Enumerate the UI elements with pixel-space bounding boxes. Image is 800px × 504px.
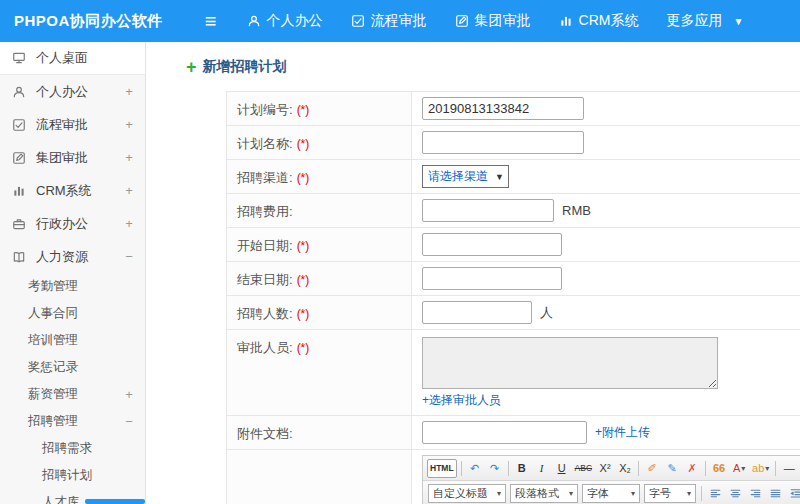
briefcase-icon (12, 217, 28, 231)
form-row-content: HTML↶↷BIUABCX²X₂✐✎✗66A▾ab▾—¶自定义标题▾段落格式▾字… (227, 450, 800, 504)
sidebar-item-personal-desktop[interactable]: 个人桌面 (0, 42, 145, 75)
form-label-plan-name: 计划名称:(*) (227, 126, 412, 159)
collapse-icon[interactable]: − (123, 249, 135, 264)
page-title: 新增招聘计划 (203, 58, 287, 76)
expand-icon[interactable]: + (123, 183, 135, 198)
top-nav-item-crm-system[interactable]: CRM系统 (545, 0, 653, 42)
blockquote-button[interactable]: 66 (710, 459, 728, 478)
top-nav-item-group-approval[interactable]: 集团审批 (441, 0, 545, 42)
align-center-button[interactable] (726, 484, 744, 503)
expand-icon[interactable]: + (123, 216, 135, 231)
horizontal-rule-button[interactable]: — (780, 459, 798, 478)
strikethrough-button[interactable]: ABC (573, 459, 594, 478)
superscript-button[interactable]: X² (596, 459, 614, 478)
expand-icon[interactable]: + (123, 84, 135, 99)
expand-icon[interactable]: + (123, 150, 135, 165)
form-row-start-date: 开始日期:(*) (227, 228, 800, 262)
form-field-plan-number (412, 92, 800, 125)
sidebar-item-label: 行政办公 (36, 215, 88, 233)
font-size-select[interactable]: 字号▾ (644, 484, 696, 503)
sidebar-item-salary[interactable]: 薪资管理+ (0, 381, 145, 408)
field-suffix: 人 (540, 304, 553, 322)
attachment-upload-link[interactable]: +附件上传 (595, 424, 650, 441)
align-right-button[interactable] (746, 484, 764, 503)
collapse-icon[interactable]: − (123, 414, 135, 429)
attachment-input[interactable] (422, 421, 587, 444)
channel-select-value: 请选择渠道 (428, 168, 488, 185)
required-mark: (*) (297, 137, 310, 151)
book-icon (12, 250, 28, 264)
sidebar-item-human-resources[interactable]: 人力资源− (0, 240, 145, 273)
html-source-button[interactable]: HTML (427, 459, 457, 478)
field-label: 计划名称: (237, 136, 293, 151)
chevron-down-icon: ▾ (741, 464, 745, 473)
field-label: 附件文档: (237, 426, 293, 441)
select-label: 字号 (649, 486, 671, 501)
chevron-down-icon: ▾ (687, 489, 691, 498)
remove-format-button[interactable]: ✗ (683, 459, 701, 478)
recruitment-plan-form: 计划编号:(*)计划名称:(*)招聘渠道:(*)请选择渠道▼招聘费用:RMB开始… (226, 91, 800, 504)
select-approvers-link[interactable]: +选择审批人员 (422, 392, 501, 409)
menu-toggle-icon[interactable]: ≡ (205, 11, 217, 31)
plan-name-input[interactable] (422, 131, 584, 154)
approvers-textarea[interactable] (422, 337, 718, 389)
sidebar-item-label: 个人桌面 (36, 49, 88, 67)
sidebar-item-workflow-approval[interactable]: 流程审批+ (0, 108, 145, 141)
font-family-select[interactable]: 字体▾ (582, 484, 640, 503)
sidebar-item-personal-office[interactable]: 个人办公+ (0, 75, 145, 108)
pencil-button[interactable]: ✎ (663, 459, 681, 478)
sidebar-item-training[interactable]: 培训管理 (0, 327, 145, 354)
format-painter-button[interactable]: ✐ (643, 459, 661, 478)
rich-text-editor: HTML↶↷BIUABCX²X₂✐✎✗66A▾ab▾—¶自定义标题▾段落格式▾字… (422, 455, 800, 504)
subscript-button[interactable]: X₂ (616, 459, 634, 478)
layout: 个人桌面个人办公+流程审批+集团审批+CRM系统+行政办公+人力资源−考勤管理人… (0, 42, 800, 504)
expand-icon[interactable]: + (123, 387, 135, 402)
sidebar-item-recruitment-needs[interactable]: 招聘需求 (0, 435, 145, 462)
sidebar-item-recruitment-management[interactable]: 招聘管理− (0, 408, 145, 435)
bold-button[interactable]: B (513, 459, 531, 478)
sidebar-item-recruitment-plan[interactable]: 招聘计划 (0, 462, 145, 489)
end-date-input[interactable] (422, 267, 562, 290)
form-label-plan-number: 计划编号:(*) (227, 92, 412, 125)
sidebar-item-attendance[interactable]: 考勤管理 (0, 273, 145, 300)
approve-icon (351, 14, 365, 28)
plus-icon: + (186, 58, 197, 76)
outdent-button[interactable] (786, 484, 800, 503)
required-mark: (*) (297, 171, 310, 185)
paragraph-format-select[interactable]: 段落格式▾ (510, 484, 578, 503)
sidebar-item-rewards[interactable]: 奖惩记录 (0, 354, 145, 381)
background-color-button[interactable]: ab▾ (750, 459, 771, 478)
top-nav-label: 更多应用 (666, 12, 722, 30)
align-left-button[interactable] (706, 484, 724, 503)
top-nav-item-personal-office[interactable]: 个人办公 (233, 0, 337, 42)
sidebar-item-admin-office[interactable]: 行政办公+ (0, 207, 145, 240)
italic-button[interactable]: I (533, 459, 551, 478)
cost-input[interactable] (422, 199, 554, 222)
redo-button[interactable]: ↷ (486, 459, 504, 478)
toolbar-separator (461, 461, 462, 476)
custom-heading-select[interactable]: 自定义标题▾ (428, 484, 506, 503)
undo-button[interactable]: ↶ (466, 459, 484, 478)
sidebar-item-label: 考勤管理 (28, 278, 78, 295)
sidebar-scrollbar-thumb[interactable] (85, 499, 145, 504)
select-label: 段落格式 (515, 486, 559, 501)
start-date-input[interactable] (422, 233, 562, 256)
font-color-button[interactable]: A▾ (730, 459, 748, 478)
sidebar-item-group-approval[interactable]: 集团审批+ (0, 141, 145, 174)
top-nav-item-workflow-approval[interactable]: 流程审批 (337, 0, 441, 42)
user-icon (12, 85, 28, 99)
top-nav-item-more-apps[interactable]: 更多应用▼ (652, 0, 757, 42)
channel-select[interactable]: 请选择渠道▼ (422, 165, 509, 188)
underline-button[interactable]: U (553, 459, 571, 478)
plan-number-input[interactable] (422, 97, 584, 120)
sidebar-item-crm-system[interactable]: CRM系统+ (0, 174, 145, 207)
headcount-input[interactable] (422, 301, 532, 324)
expand-icon[interactable]: + (123, 117, 135, 132)
align-justify-button[interactable] (766, 484, 784, 503)
sidebar-item-label: 个人办公 (36, 83, 88, 101)
field-label: 招聘费用: (237, 204, 293, 219)
sidebar-item-personnel-contract[interactable]: 人事合同 (0, 300, 145, 327)
field-label: 审批人员: (237, 340, 293, 355)
chevron-down-icon: ▾ (631, 489, 635, 498)
form-field-end-date (412, 262, 800, 295)
